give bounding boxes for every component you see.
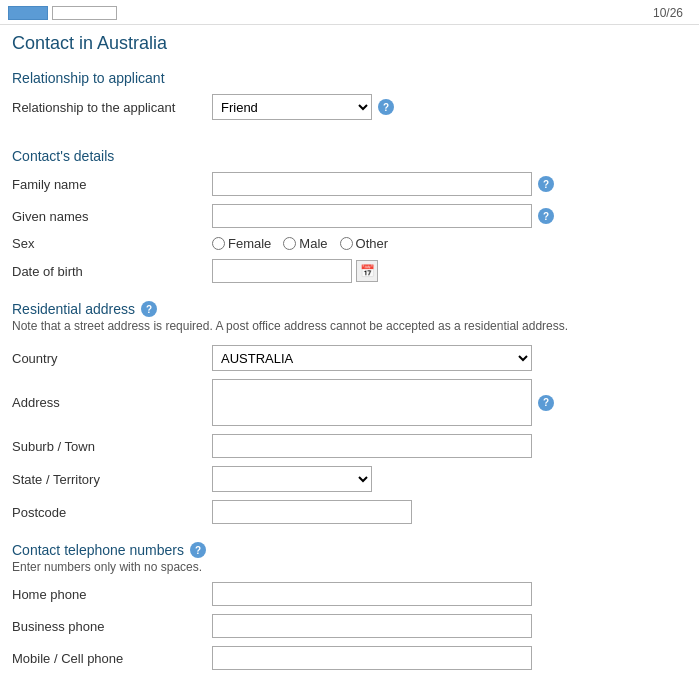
business-phone-input[interactable] — [212, 614, 532, 638]
sex-male-radio[interactable] — [283, 237, 296, 250]
given-names-field: ? — [212, 204, 687, 228]
relationship-select[interactable]: Friend Relative Colleague Employer Other — [212, 94, 372, 120]
section-heading-telephone: Contact telephone numbers — [12, 542, 184, 558]
home-phone-field — [212, 582, 687, 606]
mobile-phone-row: Mobile / Cell phone — [12, 646, 687, 670]
relationship-help-icon[interactable]: ? — [378, 99, 394, 115]
home-phone-label: Home phone — [12, 587, 212, 602]
progress-empty — [52, 6, 117, 20]
dob-field: 📅 — [212, 259, 687, 283]
dob-label: Date of birth — [12, 264, 212, 279]
phone-note: Enter numbers only with no spaces. — [12, 560, 687, 574]
home-phone-input[interactable] — [212, 582, 532, 606]
sex-male-label[interactable]: Male — [283, 236, 327, 251]
country-row: Country AUSTRALIA — [12, 345, 687, 371]
given-names-label: Given names — [12, 209, 212, 224]
sex-other-label[interactable]: Other — [340, 236, 389, 251]
progress-bar — [8, 6, 117, 20]
given-names-row: Given names ? — [12, 204, 687, 228]
suburb-row: Suburb / Town — [12, 434, 687, 458]
family-name-label: Family name — [12, 177, 212, 192]
address-note: Note that a street address is required. … — [12, 319, 687, 333]
mobile-phone-input[interactable] — [212, 646, 532, 670]
country-field: AUSTRALIA — [212, 345, 687, 371]
address-label: Address — [12, 395, 212, 410]
postcode-input[interactable] — [212, 500, 412, 524]
section-heading-residential: Residential address — [12, 301, 135, 317]
address-row: Address ? — [12, 379, 687, 426]
relationship-label: Relationship to the applicant — [12, 100, 212, 115]
sex-row: Sex Female Male Other — [12, 236, 687, 251]
suburb-field — [212, 434, 687, 458]
business-phone-label: Business phone — [12, 619, 212, 634]
sex-male-text: Male — [299, 236, 327, 251]
state-label: State / Territory — [12, 472, 212, 487]
mobile-phone-field — [212, 646, 687, 670]
section-heading-relationship: Relationship to applicant — [12, 70, 687, 86]
postcode-row: Postcode — [12, 500, 687, 524]
dob-input[interactable] — [212, 259, 352, 283]
state-row: State / Territory ACT NSW NT QLD SA TAS … — [12, 466, 687, 492]
address-block — [212, 379, 532, 426]
postcode-label: Postcode — [12, 505, 212, 520]
top-bar: 10/26 — [0, 0, 699, 25]
sex-female-text: Female — [228, 236, 271, 251]
family-name-row: Family name ? — [12, 172, 687, 196]
suburb-input[interactable] — [212, 434, 532, 458]
sex-radio-group: Female Male Other — [212, 236, 388, 251]
business-phone-field — [212, 614, 687, 638]
address-help-icon[interactable]: ? — [538, 395, 554, 411]
dob-row: Date of birth 📅 — [12, 259, 687, 283]
page-counter: 10/26 — [653, 6, 683, 20]
home-phone-row: Home phone — [12, 582, 687, 606]
sex-other-radio[interactable] — [340, 237, 353, 250]
country-label: Country — [12, 351, 212, 366]
given-names-input[interactable] — [212, 204, 532, 228]
family-name-input[interactable] — [212, 172, 532, 196]
sex-field: Female Male Other — [212, 236, 687, 251]
sex-female-label[interactable]: Female — [212, 236, 271, 251]
telephone-help-icon[interactable]: ? — [190, 542, 206, 558]
residential-help-icon[interactable]: ? — [141, 301, 157, 317]
country-select[interactable]: AUSTRALIA — [212, 345, 532, 371]
given-names-help-icon[interactable]: ? — [538, 208, 554, 224]
main-content: Contact in Australia Relationship to app… — [0, 25, 699, 681]
family-name-field: ? — [212, 172, 687, 196]
date-input-wrapper: 📅 — [212, 259, 378, 283]
sex-female-radio[interactable] — [212, 237, 225, 250]
sex-label: Sex — [12, 236, 212, 251]
calendar-icon[interactable]: 📅 — [356, 260, 378, 282]
family-name-help-icon[interactable]: ? — [538, 176, 554, 192]
relationship-field: Friend Relative Colleague Employer Other… — [212, 94, 687, 120]
address-line1-input[interactable] — [212, 379, 532, 403]
progress-filled — [8, 6, 48, 20]
sex-other-text: Other — [356, 236, 389, 251]
state-field: ACT NSW NT QLD SA TAS VIC WA — [212, 466, 687, 492]
telephone-heading-row: Contact telephone numbers ? — [12, 542, 687, 558]
address-line2-input[interactable] — [212, 402, 532, 426]
business-phone-row: Business phone — [12, 614, 687, 638]
section-heading-contact-details: Contact's details — [12, 148, 687, 164]
relationship-row: Relationship to the applicant Friend Rel… — [12, 94, 687, 120]
residential-address-heading-row: Residential address ? — [12, 301, 687, 317]
address-field: ? — [212, 379, 687, 426]
state-select[interactable]: ACT NSW NT QLD SA TAS VIC WA — [212, 466, 372, 492]
page-title: Contact in Australia — [12, 33, 687, 54]
postcode-field — [212, 500, 687, 524]
mobile-phone-label: Mobile / Cell phone — [12, 651, 212, 666]
suburb-label: Suburb / Town — [12, 439, 212, 454]
